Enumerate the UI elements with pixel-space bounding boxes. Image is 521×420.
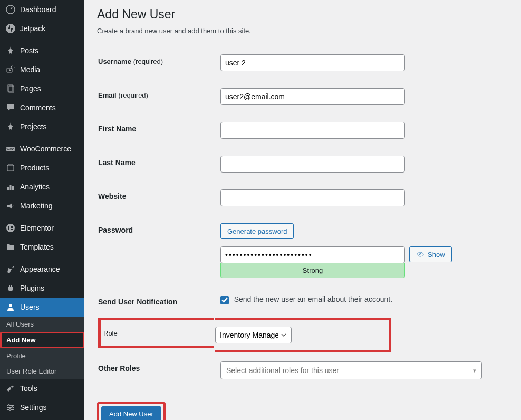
sidebar-label: Posts xyxy=(20,46,38,55)
last-name-label: Last Name xyxy=(98,148,214,180)
jetpack-icon xyxy=(5,23,16,34)
show-password-button[interactable]: Show xyxy=(409,246,452,262)
password-label: Password xyxy=(98,215,214,286)
svg-rect-16 xyxy=(11,229,13,230)
submit-highlight: Add New User xyxy=(97,402,166,420)
sidebar-label: Templates xyxy=(20,243,54,251)
sidebar-label: Dashboard xyxy=(20,5,56,14)
svg-rect-13 xyxy=(8,226,9,230)
sidebar-label: Elementor xyxy=(20,224,54,232)
notification-text: Send the new user an email about their a… xyxy=(234,295,392,303)
generate-password-button[interactable]: Generate password xyxy=(220,223,294,239)
pin-icon xyxy=(5,45,16,56)
eye-icon xyxy=(416,250,424,259)
email-label: Email (required) xyxy=(98,80,214,113)
notification-label: Send User Notification xyxy=(98,287,214,317)
svg-rect-9 xyxy=(7,187,9,190)
username-input[interactable] xyxy=(220,54,405,71)
sidebar-item-templates[interactable]: Templates xyxy=(0,237,84,256)
sidebar-item-plugins[interactable]: Plugins xyxy=(0,279,84,298)
svg-point-17 xyxy=(9,304,12,307)
website-label: Website xyxy=(98,182,214,214)
svg-rect-10 xyxy=(10,185,12,190)
svg-rect-15 xyxy=(11,227,13,228)
dashboard-icon xyxy=(5,4,16,15)
marketing-icon xyxy=(5,201,16,211)
svg-rect-14 xyxy=(11,226,13,227)
sidebar-label: Analytics xyxy=(20,183,50,191)
sidebar-label: Media xyxy=(20,65,40,74)
templates-icon xyxy=(5,242,16,252)
sidebar-item-dashboard[interactable]: Dashboard xyxy=(0,0,84,19)
password-input[interactable] xyxy=(220,246,405,263)
woo-icon: WOO xyxy=(5,144,16,154)
other-roles-label: Other Roles xyxy=(98,354,214,387)
media-icon xyxy=(5,64,16,75)
svg-rect-11 xyxy=(12,186,14,190)
sidebar-item-tools[interactable]: Tools xyxy=(0,379,84,398)
sidebar-label: Jetpack xyxy=(20,24,45,33)
sidebar-label: Settings xyxy=(20,403,47,412)
sidebar-label: Projects xyxy=(20,122,47,131)
sidebar-item-woocommerce[interactable]: WOOWooCommerce xyxy=(0,139,84,158)
sidebar-item-elementor[interactable]: Elementor xyxy=(0,218,84,237)
submenu-all-users[interactable]: All Users xyxy=(0,317,84,332)
role-label-highlight: Role xyxy=(98,318,214,348)
svg-point-3 xyxy=(11,66,14,69)
last-name-input[interactable] xyxy=(220,156,405,173)
plugins-icon xyxy=(5,283,16,293)
sidebar-label: Plugins xyxy=(20,284,44,292)
svg-rect-8 xyxy=(7,166,14,171)
notification-checkbox[interactable] xyxy=(220,296,229,304)
sidebar-item-pages[interactable]: Pages xyxy=(0,79,84,98)
submenu-profile[interactable]: Profile xyxy=(0,348,84,364)
sidebar-label: Marketing xyxy=(20,202,52,210)
sidebar-item-comments[interactable]: Comments xyxy=(0,98,84,117)
sidebar-item-analytics[interactable]: Analytics xyxy=(0,177,84,196)
sidebar-item-projects[interactable]: Projects xyxy=(0,117,84,136)
sidebar-label: Tools xyxy=(20,384,37,393)
page-title: Add New User xyxy=(97,7,510,22)
appearance-icon xyxy=(5,264,16,274)
sidebar-item-media[interactable]: Media xyxy=(0,60,84,79)
role-select[interactable]: Inventory Manager xyxy=(215,327,292,343)
sidebar-item-posts[interactable]: Posts xyxy=(0,41,84,60)
sidebar-label: WooCommerce xyxy=(20,145,71,153)
sidebar-item-products[interactable]: Products xyxy=(0,158,84,177)
svg-text:WOO: WOO xyxy=(7,148,15,151)
submenu-add-new[interactable]: Add New xyxy=(0,332,84,348)
sidebar-label: Appearance xyxy=(20,265,60,273)
add-new-user-button[interactable]: Add New User xyxy=(101,406,161,420)
sidebar-label: Users xyxy=(20,303,40,311)
username-label: Username (required) xyxy=(98,46,214,79)
role-label: Role xyxy=(103,329,118,337)
admin-sidebar: Dashboard Jetpack Posts Media Pages Comm… xyxy=(0,0,84,420)
submenu-user-role-editor[interactable]: User Role Editor xyxy=(0,364,84,379)
tools-icon xyxy=(5,383,16,394)
products-icon xyxy=(5,163,16,173)
users-submenu: All Users Add New Profile User Role Edit… xyxy=(0,317,84,379)
sidebar-label: Pages xyxy=(20,84,41,93)
sidebar-item-marketing[interactable]: Marketing xyxy=(0,196,84,215)
sidebar-item-jetpack[interactable]: Jetpack xyxy=(0,19,84,38)
page-subtitle: Create a brand new user and add them to … xyxy=(97,27,510,35)
pin-icon xyxy=(5,121,16,132)
sidebar-label: Comments xyxy=(20,103,56,112)
pages-icon xyxy=(5,83,16,94)
password-strength: Strong xyxy=(220,263,405,278)
first-name-input[interactable] xyxy=(220,122,405,139)
elementor-icon xyxy=(5,223,16,233)
website-input[interactable] xyxy=(220,189,405,206)
settings-icon xyxy=(5,402,16,413)
comments-icon xyxy=(5,102,16,113)
other-roles-select[interactable]: Select additional roles for this user xyxy=(220,361,482,379)
svg-point-23 xyxy=(9,409,11,411)
first-name-label: First Name xyxy=(98,114,214,147)
analytics-icon xyxy=(5,182,16,192)
sidebar-item-users[interactable]: Users xyxy=(0,298,84,317)
sidebar-item-settings[interactable]: Settings xyxy=(0,398,84,417)
svg-point-1 xyxy=(6,24,15,33)
svg-point-24 xyxy=(419,253,421,255)
email-input[interactable] xyxy=(220,88,405,105)
sidebar-item-appearance[interactable]: Appearance xyxy=(0,260,84,279)
